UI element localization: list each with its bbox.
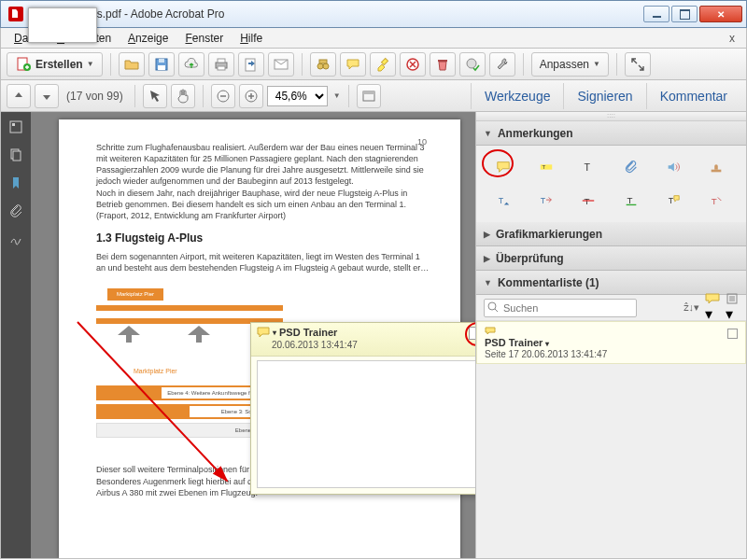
svg-text:T: T (585, 161, 591, 173)
page-down-button[interactable] (35, 84, 59, 108)
app-icon (8, 7, 23, 21)
menu-window[interactable]: Fenster (177, 30, 231, 47)
comment-bubble-icon (257, 326, 270, 339)
nav-toolbar: (17 von 99) 45,6% ▼ Werkzeuge Signieren … (0, 80, 747, 112)
body-text: Bei dem sogenannten Airport, mit weitere… (96, 251, 430, 273)
customize-tool[interactable] (489, 52, 515, 77)
zoom-in-button[interactable] (239, 84, 263, 108)
sticky-note-popup[interactable]: ▾ PSD Trainer 20.06.2013 13:41:47 (250, 322, 475, 495)
email-button[interactable] (268, 52, 294, 77)
comments-panel: :::: ▼Anmerkungen T T T T T T T T ▶Grafi… (475, 112, 746, 558)
attachments-tab[interactable] (7, 202, 25, 220)
customize-menu[interactable]: Anpassen▼ (531, 52, 609, 77)
menu-view[interactable]: Anzeige (120, 30, 176, 47)
comment-list-item[interactable]: PSD Trainer ▾ Seite 17 20.06.2013 13:41:… (476, 321, 746, 364)
tool-stamp[interactable] (702, 155, 730, 179)
stamp-tool[interactable] (400, 52, 426, 77)
comment-search-input[interactable] (484, 299, 637, 317)
tool-underline[interactable]: T (617, 189, 645, 213)
tool-text-box[interactable]: T (574, 155, 602, 179)
sort-button[interactable]: ẑ↓▾ (684, 301, 700, 314)
save-button[interactable] (148, 52, 175, 77)
main-toolbar: Erstellen ▼ Anpassen▼ (0, 49, 747, 80)
create-label: Erstellen (35, 58, 83, 71)
zoom-out-button[interactable] (211, 84, 235, 108)
wrench-icon (494, 56, 511, 73)
menu-help[interactable]: Hilfe (233, 30, 270, 47)
svg-point-41 (488, 302, 496, 310)
pages-tab[interactable] (7, 146, 25, 164)
section-annotations[interactable]: ▼Anmerkungen (476, 121, 746, 146)
page-number-input[interactable] (28, 7, 97, 43)
svg-text:T: T (711, 196, 716, 206)
svg-rect-13 (381, 58, 388, 64)
comment-checkbox[interactable] (727, 329, 738, 339)
thumbnails-tab[interactable] (7, 118, 25, 136)
section-graphics[interactable]: ▶Grafikmarkierungen (476, 222, 746, 246)
tool-strikethrough[interactable]: T (574, 189, 602, 213)
tool-replace-text[interactable]: T (532, 189, 560, 213)
comment-bubble-icon (485, 326, 496, 337)
window-controls (641, 6, 742, 22)
note-header[interactable]: ▾ PSD Trainer 20.06.2013 13:41:47 (251, 323, 475, 357)
close-button[interactable] (699, 6, 742, 22)
document-viewport[interactable]: 10 Schritte zum Flughafenausbau realisie… (31, 112, 475, 558)
maximize-button[interactable] (671, 6, 698, 22)
bookmarks-tab[interactable] (7, 174, 25, 192)
signatures-tab[interactable] (7, 230, 25, 248)
cloud-upload-icon (183, 56, 200, 73)
svg-rect-7 (218, 66, 225, 70)
svg-rect-4 (158, 65, 165, 70)
svg-text:T: T (669, 196, 674, 205)
highlighter-icon (374, 56, 391, 73)
sticky-tool[interactable] (340, 52, 366, 77)
highlight-tool[interactable] (370, 52, 396, 77)
menubar-close[interactable]: x (726, 32, 739, 45)
tool-text-correction[interactable]: T (702, 189, 730, 213)
svg-rect-3 (159, 59, 164, 63)
svg-line-42 (495, 309, 498, 312)
zoom-select[interactable]: 45,6% (267, 86, 328, 106)
action-tool[interactable] (459, 52, 486, 77)
share-button[interactable] (238, 52, 264, 77)
tool-insert-text[interactable]: T (489, 189, 517, 213)
svg-rect-12 (319, 60, 327, 63)
section-heading: 1.3 Flugsteig A-Plus (96, 231, 430, 245)
right-tabs: Werkzeuge Signieren Kommentar (471, 83, 740, 109)
tool-add-note-to-text[interactable]: T (659, 189, 687, 213)
svg-point-10 (317, 63, 323, 69)
hand-tool[interactable] (171, 84, 195, 108)
tab-tools[interactable]: Werkzeuge (471, 83, 564, 109)
svg-text:T: T (542, 163, 545, 170)
create-button[interactable]: Erstellen ▼ (7, 52, 103, 77)
note-textarea[interactable] (257, 360, 475, 488)
svg-rect-15 (438, 60, 447, 62)
minimize-button[interactable] (643, 6, 669, 22)
cloud-button[interactable] (178, 52, 204, 77)
tool-attach-file[interactable] (617, 155, 645, 179)
search-tool[interactable] (310, 52, 336, 77)
note-minimize-button[interactable] (469, 327, 475, 340)
print-button[interactable] (208, 52, 234, 77)
read-mode-button[interactable] (357, 84, 381, 108)
tab-comment[interactable]: Kommentar (646, 83, 740, 109)
svg-rect-24 (13, 151, 21, 161)
tool-audio[interactable] (659, 155, 687, 179)
options-button[interactable]: ▾ (726, 292, 739, 323)
panel-grip[interactable]: :::: (476, 112, 746, 121)
tool-highlight-text[interactable]: T (532, 155, 560, 179)
open-button[interactable] (119, 52, 145, 77)
tool-sticky-note[interactable] (489, 155, 517, 179)
page-up-button[interactable] (7, 84, 31, 108)
tab-sign[interactable]: Signieren (563, 83, 645, 109)
filter-button[interactable]: ▾ (705, 292, 720, 323)
fullscreen-button[interactable] (625, 52, 651, 77)
select-tool[interactable] (143, 84, 167, 108)
svg-point-11 (323, 63, 329, 69)
section-review[interactable]: ▶Überprüfung (476, 246, 746, 271)
comment-bubble-icon (345, 56, 361, 73)
svg-text:T: T (627, 195, 632, 205)
share-icon (243, 56, 260, 73)
delete-tool[interactable] (430, 52, 456, 77)
expand-icon (629, 56, 646, 73)
